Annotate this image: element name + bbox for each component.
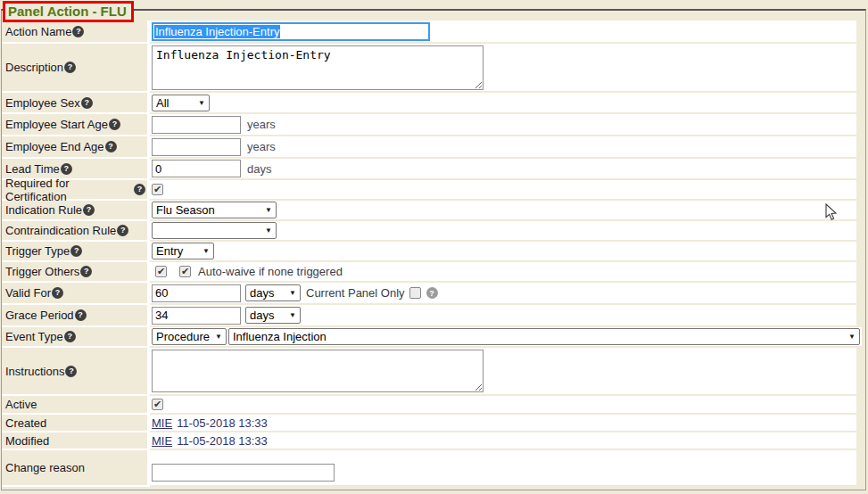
required-for-certification-label: Required for Certification	[5, 177, 133, 203]
action-name-input[interactable]: Influenza Injection-Entry	[152, 22, 430, 41]
checkmark-icon: ✔	[153, 399, 161, 409]
valid-for-unit-select[interactable]: days ▼	[245, 284, 301, 301]
chevron-down-icon: ▼	[198, 99, 205, 107]
help-icon[interactable]: ?	[65, 366, 77, 377]
select-value: days	[250, 286, 274, 300]
current-panel-only-label: Current Panel Only	[306, 286, 405, 300]
select-value: Entry	[156, 244, 183, 258]
help-icon[interactable]: ?	[117, 225, 128, 236]
employee-start-age-input[interactable]	[152, 116, 241, 134]
row-description: Description? Influenza Injection-Entry	[2, 44, 865, 93]
selected-text: Influenza Injection-Entry	[154, 25, 280, 38]
row-event-type: Event Type? Procedure ▼ Influenza Inject…	[2, 327, 865, 348]
created-user-link[interactable]: MIE	[152, 416, 172, 430]
valid-for-input[interactable]	[152, 284, 241, 302]
indication-rule-select[interactable]: Flu Season ▼	[152, 202, 277, 218]
change-reason-input[interactable]	[152, 464, 335, 482]
grace-period-input[interactable]	[152, 307, 241, 325]
auto-waive-checkbox[interactable]: ✔	[179, 266, 191, 277]
help-icon[interactable]: ?	[109, 119, 120, 130]
help-icon[interactable]: ?	[64, 331, 76, 342]
event-type-value-select[interactable]: Influenza Injection ▼	[228, 328, 860, 345]
mouse-cursor	[825, 203, 838, 221]
auto-waive-label: Auto-waive if none triggered	[198, 265, 343, 278]
select-value: All	[156, 96, 169, 110]
instructions-label: Instructions	[5, 365, 64, 378]
row-employee-start-age: Employee Start Age? years	[2, 114, 865, 136]
help-icon[interactable]: ?	[426, 287, 438, 299]
select-value: Influenza Injection	[233, 330, 327, 343]
checkmark-icon: ✔	[181, 267, 189, 276]
help-icon[interactable]: ?	[75, 309, 87, 321]
chevron-down-icon: ▼	[289, 289, 296, 297]
grace-period-unit-select[interactable]: days ▼	[245, 307, 301, 324]
unit-label: days	[247, 162, 271, 176]
select-value: Flu Season	[156, 203, 215, 217]
help-icon[interactable]: ?	[80, 266, 92, 277]
page-title-text: Panel Action - FLU	[8, 4, 127, 19]
chevron-down-icon: ▼	[203, 247, 210, 255]
help-icon[interactable]: ?	[52, 287, 63, 299]
contraindication-rule-label: Contraindication Rule	[5, 224, 116, 237]
description-label: Description	[5, 61, 63, 74]
modified-label: Modified	[5, 434, 49, 448]
help-icon[interactable]: ?	[70, 245, 82, 257]
unit-label: years	[247, 140, 276, 153]
row-trigger-type: Trigger Type? Entry ▼	[2, 242, 865, 262]
help-icon[interactable]: ?	[64, 62, 76, 73]
row-contraindication-rule: Contraindication Rule? ▼	[2, 221, 865, 242]
grace-period-label: Grace Period	[5, 309, 74, 322]
help-icon[interactable]: ?	[105, 141, 117, 152]
lead-time-input[interactable]	[152, 160, 241, 177]
chevron-down-icon: ▼	[265, 226, 272, 235]
help-icon[interactable]: ?	[83, 204, 95, 216]
panel-action-form: Panel Action - FLU Action Name? Influenz…	[1, 9, 866, 490]
chevron-down-icon: ▼	[289, 311, 296, 319]
chevron-down-icon: ▼	[265, 206, 272, 214]
employee-sex-select[interactable]: All ▼	[152, 95, 210, 111]
row-created: Created MIE 11-05-2018 13:33	[2, 415, 865, 432]
description-textarea[interactable]: Influenza Injection-Entry	[152, 45, 484, 90]
current-panel-only-checkbox[interactable]	[409, 287, 421, 299]
row-trigger-others: Trigger Others? ✔ ✔ Auto-waive if none t…	[2, 262, 865, 283]
row-instructions: Instructions?	[2, 348, 865, 396]
trigger-others-label: Trigger Others	[5, 265, 79, 278]
row-required-for-certification: Required for Certification? ✔	[2, 180, 865, 201]
chevron-down-icon: ▼	[848, 333, 856, 341]
event-type-category-select[interactable]: Procedure ▼	[152, 328, 227, 345]
contraindication-rule-select[interactable]: ▼	[152, 222, 277, 239]
indication-rule-label: Indication Rule	[5, 203, 82, 217]
row-employee-sex: Employee Sex? All ▼	[2, 93, 865, 114]
active-checkbox[interactable]: ✔	[152, 399, 163, 410]
help-icon[interactable]: ?	[81, 97, 93, 109]
help-icon[interactable]: ?	[61, 163, 72, 175]
trigger-type-select[interactable]: Entry ▼	[152, 243, 214, 259]
unit-label: years	[247, 118, 276, 131]
required-for-certification-checkbox[interactable]: ✔	[152, 184, 163, 195]
row-active: Active ✔	[2, 396, 865, 415]
trigger-others-checkbox[interactable]: ✔	[155, 266, 167, 277]
row-action-name: Action Name? Influenza Injection-Entry	[2, 21, 865, 44]
page-title: Panel Action - FLU	[3, 1, 134, 22]
help-icon[interactable]: ?	[134, 184, 145, 195]
select-value: Procedure	[156, 330, 210, 343]
instructions-textarea[interactable]	[152, 350, 484, 392]
action-name-label: Action Name	[5, 25, 71, 38]
created-timestamp: 11-05-2018 13:33	[177, 416, 268, 430]
help-icon[interactable]: ?	[72, 26, 84, 37]
change-reason-label: Change reason	[5, 461, 85, 474]
modified-user-link[interactable]: MIE	[152, 434, 172, 448]
select-value: days	[250, 309, 274, 322]
lead-time-label: Lead Time	[5, 162, 60, 176]
employee-end-age-input[interactable]	[152, 138, 241, 156]
active-label: Active	[5, 398, 37, 411]
row-grace-period: Grace Period? days ▼	[2, 305, 865, 327]
row-employee-end-age: Employee End Age? years	[2, 136, 865, 159]
employee-start-age-label: Employee Start Age	[5, 118, 108, 131]
row-valid-for: Valid For? days ▼ Current Panel Only ?	[2, 283, 865, 305]
event-type-label: Event Type	[5, 330, 63, 343]
valid-for-label: Valid For	[5, 286, 51, 300]
employee-sex-label: Employee Sex	[5, 96, 80, 110]
row-modified: Modified MIE 11-05-2018 13:33	[2, 432, 865, 450]
employee-end-age-label: Employee End Age	[5, 140, 104, 153]
